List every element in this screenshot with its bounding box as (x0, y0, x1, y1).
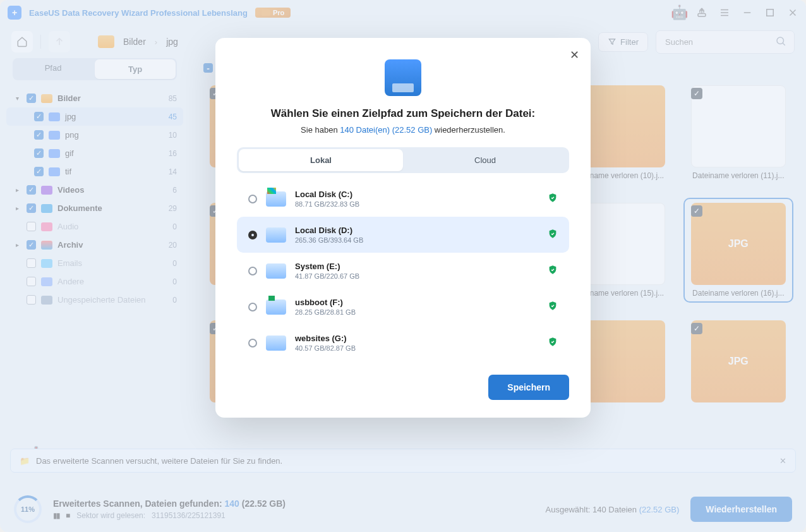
radio[interactable] (248, 267, 257, 275)
drive-size: 28.25 GB/28.81 GB (295, 308, 539, 316)
drive-row[interactable]: usbboot (F:)28.25 GB/28.81 GB (237, 289, 569, 325)
app-window: EaseUS Data Recovery Wizard Professional… (0, 0, 806, 532)
modal-overlay: ✕ Wählen Sie einen Zielpfad zum Speicher… (0, 0, 806, 532)
drive-list: Local Disk (C:)88.71 GB/232.83 GBLocal D… (237, 181, 569, 361)
shield-icon (548, 193, 558, 205)
tab-lokal[interactable]: Lokal (239, 149, 403, 171)
shield-icon (548, 337, 558, 349)
drive-size: 41.87 GB/220.67 GB (295, 272, 539, 280)
drive-icon (266, 227, 286, 243)
destination-tabs: Lokal Cloud (237, 147, 569, 173)
save-destination-modal: ✕ Wählen Sie einen Zielpfad zum Speicher… (215, 38, 591, 418)
drive-row[interactable]: Local Disk (C:)88.71 GB/232.83 GB (237, 181, 569, 217)
modal-subtitle: Sie haben 140 Datei(en) (22.52 GB) wiede… (237, 125, 569, 135)
drive-size: 40.57 GB/82.87 GB (295, 344, 539, 352)
drive-name: websites (G:) (295, 334, 539, 343)
modal-title: Wählen Sie einen Zielpfad zum Speichern … (237, 107, 569, 120)
drive-name: System (E:) (295, 262, 539, 271)
drive-icon (266, 299, 286, 315)
drive-row[interactable]: websites (G:)40.57 GB/82.87 GB (237, 325, 569, 361)
drive-name: Local Disk (C:) (295, 190, 539, 199)
tab-cloud[interactable]: Cloud (403, 149, 567, 171)
radio[interactable] (248, 195, 257, 203)
drive-size: 265.36 GB/393.64 GB (295, 236, 539, 244)
shield-icon (548, 265, 558, 277)
drive-name: Local Disk (D:) (295, 226, 539, 235)
drive-row[interactable]: Local Disk (D:)265.36 GB/393.64 GB (237, 217, 569, 253)
drive-icon (266, 263, 286, 279)
shield-icon (548, 301, 558, 313)
shield-icon (548, 229, 558, 241)
drive-size: 88.71 GB/232.83 GB (295, 200, 539, 208)
modal-close-icon[interactable]: ✕ (570, 48, 579, 62)
radio[interactable] (248, 339, 257, 348)
drive-icon (266, 191, 286, 207)
radio[interactable] (248, 303, 257, 311)
save-button[interactable]: Speichern (488, 375, 569, 400)
radio[interactable] (248, 231, 257, 239)
drive-row[interactable]: System (E:)41.87 GB/220.67 GB (237, 253, 569, 289)
drive-name: usbboot (F:) (295, 298, 539, 307)
drive-icon (266, 336, 286, 351)
save-icon (385, 59, 421, 96)
